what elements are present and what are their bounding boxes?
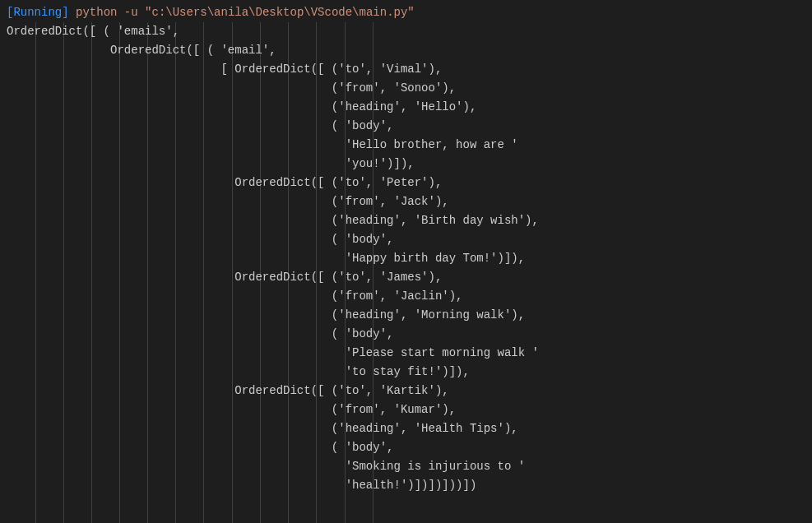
command-flag: -u bbox=[124, 6, 138, 19]
output-line: ( 'body', bbox=[7, 325, 805, 344]
output-line: ( 'body', bbox=[7, 117, 805, 136]
output-line: 'Hello brother, how are ' bbox=[7, 136, 805, 155]
output-line: 'Happy birth day Tom!')]), bbox=[7, 249, 805, 268]
output-line: OrderedDict([ ('to', 'Kartik'), bbox=[7, 382, 805, 400]
output-line: ('heading', 'Hello'), bbox=[7, 98, 805, 117]
output-line: OrderedDict([ ('to', 'Peter'), bbox=[7, 174, 805, 192]
output-line: ('heading', 'Birth day wish'), bbox=[7, 211, 805, 230]
output-line: ('heading', 'Health Tips'), bbox=[7, 419, 805, 438]
output-line: ('from', 'Kumar'), bbox=[7, 400, 805, 419]
running-status: [Running] bbox=[7, 6, 69, 19]
output-line: 'Smoking is injurious to ' bbox=[7, 457, 805, 476]
script-path: "c:\Users\anila\Desktop\VScode\main.py" bbox=[145, 6, 415, 19]
output-line: OrderedDict([ ( 'email', bbox=[7, 41, 805, 60]
output-line: ('heading', 'Morning walk'), bbox=[7, 306, 805, 325]
output-line: 'health!')])])]))]) bbox=[7, 476, 805, 495]
output-line: ('from', 'Jack'), bbox=[7, 192, 805, 211]
command-name: python bbox=[76, 6, 117, 19]
output-line: ( 'body', bbox=[7, 438, 805, 457]
output-line: [ OrderedDict([ ('to', 'Vimal'), bbox=[7, 60, 805, 79]
terminal-command-line: [Running] python -u "c:\Users\anila\Desk… bbox=[7, 3, 805, 22]
output-line: 'to stay fit!')]), bbox=[7, 363, 805, 382]
output-line: ('from', 'Sonoo'), bbox=[7, 79, 805, 98]
terminal-output[interactable]: OrderedDict([ ( 'emails', OrderedDict([ … bbox=[7, 22, 805, 495]
output-line: 'you!')]), bbox=[7, 155, 805, 174]
output-line: ( 'body', bbox=[7, 230, 805, 249]
output-line: ('from', 'Jaclin'), bbox=[7, 287, 805, 306]
output-line: OrderedDict([ ('to', 'James'), bbox=[7, 268, 805, 287]
output-line: 'Please start morning walk ' bbox=[7, 344, 805, 363]
output-line: OrderedDict([ ( 'emails', bbox=[7, 22, 805, 41]
